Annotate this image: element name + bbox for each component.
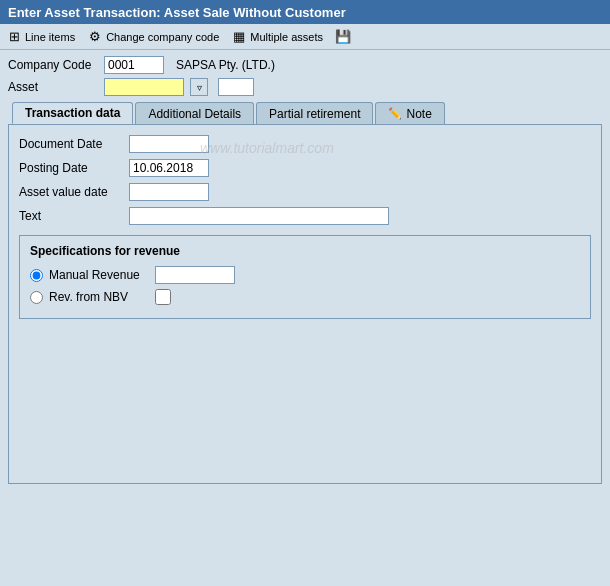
save-icon: 💾 bbox=[335, 29, 351, 45]
company-name: SAPSA Pty. (LTD.) bbox=[176, 58, 275, 72]
text-row: Text bbox=[19, 207, 591, 225]
company-code-label: Company Code bbox=[8, 58, 98, 72]
posting-date-input[interactable] bbox=[129, 159, 209, 177]
asset-browse-button[interactable]: ▿ bbox=[190, 78, 208, 96]
posting-date-label: Posting Date bbox=[19, 161, 129, 175]
tab-transaction-data[interactable]: Transaction data bbox=[12, 102, 133, 124]
tab-content-transaction-data: Document Date Posting Date Asset value d… bbox=[8, 124, 602, 484]
company-icon: ⚙ bbox=[87, 29, 103, 45]
toolbar-change-company[interactable]: ⚙ Change company code bbox=[87, 29, 219, 45]
toolbar-save[interactable]: 💾 bbox=[335, 29, 351, 45]
manual-revenue-radio[interactable] bbox=[30, 269, 43, 282]
tab-bar: Transaction data Additional Details Part… bbox=[8, 102, 602, 124]
grid-icon: ⊞ bbox=[6, 29, 22, 45]
tab-note-label: Note bbox=[406, 107, 431, 121]
tab-partial-retirement-label: Partial retirement bbox=[269, 107, 360, 121]
rev-from-nbv-label: Rev. from NBV bbox=[49, 290, 149, 304]
asset-value-date-input[interactable] bbox=[129, 183, 209, 201]
manual-revenue-label: Manual Revenue bbox=[49, 268, 149, 282]
text-input[interactable] bbox=[129, 207, 389, 225]
toolbar-line-items[interactable]: ⊞ Line items bbox=[6, 29, 75, 45]
text-label: Text bbox=[19, 209, 129, 223]
multiple-assets-label: Multiple assets bbox=[250, 31, 323, 43]
tab-transaction-data-label: Transaction data bbox=[25, 106, 120, 120]
toolbar-multiple-assets[interactable]: ▦ Multiple assets bbox=[231, 29, 323, 45]
rev-from-nbv-radio[interactable] bbox=[30, 291, 43, 304]
document-date-label: Document Date bbox=[19, 137, 129, 151]
asset-label: Asset bbox=[8, 80, 98, 94]
document-date-row: Document Date bbox=[19, 135, 591, 153]
tab-partial-retirement[interactable]: Partial retirement bbox=[256, 102, 373, 124]
tab-additional-details[interactable]: Additional Details bbox=[135, 102, 254, 124]
posting-date-row: Posting Date bbox=[19, 159, 591, 177]
line-items-label: Line items bbox=[25, 31, 75, 43]
rev-from-nbv-input[interactable] bbox=[155, 289, 171, 305]
specifications-box: Specifications for revenue Manual Revenu… bbox=[19, 235, 591, 319]
note-icon: ✏️ bbox=[388, 107, 402, 120]
manual-revenue-row: Manual Revenue bbox=[30, 266, 580, 284]
asset-value-date-row: Asset value date bbox=[19, 183, 591, 201]
title-text: Enter Asset Transaction: Asset Sale With… bbox=[8, 5, 346, 20]
rev-from-nbv-row: Rev. from NBV bbox=[30, 289, 580, 305]
asset-value-date-label: Asset value date bbox=[19, 185, 129, 199]
title-bar: Enter Asset Transaction: Asset Sale With… bbox=[0, 0, 610, 24]
assets-icon: ▦ bbox=[231, 29, 247, 45]
asset-row: Asset ▿ bbox=[8, 78, 602, 96]
company-code-input[interactable] bbox=[104, 56, 164, 74]
tab-container: Transaction data Additional Details Part… bbox=[8, 102, 602, 484]
asset-input[interactable] bbox=[104, 78, 184, 96]
manual-revenue-input[interactable] bbox=[155, 266, 235, 284]
change-company-label: Change company code bbox=[106, 31, 219, 43]
company-code-row: Company Code SAPSA Pty. (LTD.) bbox=[8, 56, 602, 74]
specifications-title: Specifications for revenue bbox=[30, 244, 580, 258]
tab-note[interactable]: ✏️ Note bbox=[375, 102, 444, 124]
tab-additional-details-label: Additional Details bbox=[148, 107, 241, 121]
asset-sub-input[interactable] bbox=[218, 78, 254, 96]
document-date-input[interactable] bbox=[129, 135, 209, 153]
toolbar: ⊞ Line items ⚙ Change company code ▦ Mul… bbox=[0, 24, 610, 50]
